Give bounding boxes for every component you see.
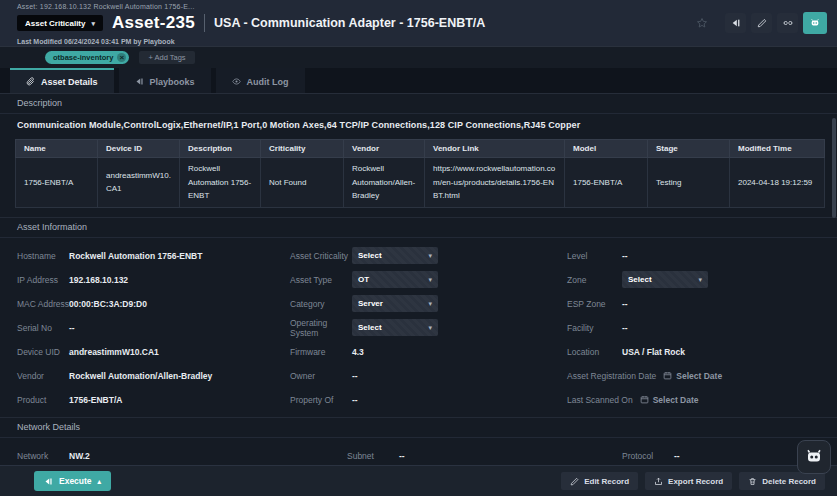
field-value: -- [622, 323, 628, 333]
tags-bar: otbase-inventory × + Add Tags [0, 46, 837, 68]
delete-record-label: Delete Record [762, 477, 816, 486]
field-label: Last Scanned On [567, 395, 633, 405]
field-row-facility: Facility-- [567, 316, 820, 340]
field-label: Facility [567, 323, 622, 333]
attachment-icon [26, 77, 35, 86]
table-header-cell: Vendor [344, 140, 425, 158]
asset-type-select[interactable]: OT▾ [352, 271, 438, 288]
tag-chip[interactable]: otbase-inventory × [45, 51, 129, 64]
table-header-cell: Criticality [261, 140, 344, 158]
table-row: 1756-ENBT/AandreastimmW10.CA1Rockwell Au… [16, 158, 825, 208]
main-content: Description Communication Module,Control… [0, 94, 837, 465]
add-tags-button[interactable]: + Add Tags [139, 51, 194, 64]
field-row-asset-registration-date: Asset Registration DateSelect Date [567, 364, 820, 388]
bot-icon [810, 18, 820, 28]
remove-tag-button[interactable]: × [117, 53, 126, 62]
section-title-asset-information: Asset Information [0, 218, 837, 238]
header: Asset: 192.168.10.132 Rockwell Automatio… [0, 0, 837, 46]
table-cell: Not Found [261, 158, 344, 208]
date-placeholder: Select Date [676, 371, 722, 381]
export-record-button[interactable]: Export Record [645, 472, 732, 490]
execute-button-label: Execute [59, 476, 92, 486]
trash-icon [748, 477, 757, 486]
field-label: Device UID [17, 347, 69, 357]
scrollbar-thumb[interactable] [832, 118, 836, 218]
date-placeholder: Select Date [653, 395, 699, 405]
field-label: Hostname [17, 251, 69, 261]
table-header-row: NameDevice IDDescriptionCriticalityVendo… [16, 140, 825, 158]
scrollbar[interactable] [832, 96, 836, 462]
edit-button[interactable] [751, 13, 772, 33]
playbook-icon [731, 18, 741, 28]
calendar-icon [663, 371, 672, 380]
title-row: Asset Criticality ▾ Asset-235 USA - Comm… [17, 12, 827, 34]
bot-button[interactable] [803, 12, 827, 34]
chevron-down-icon: ▾ [428, 300, 432, 307]
field-value: -- [622, 299, 628, 309]
operating-system-select[interactable]: Select▾ [352, 319, 438, 336]
tab-asset-details[interactable]: Asset Details [10, 68, 114, 93]
asset-info-column-3: Level--ZoneSelect▾ESP Zone--Facility--Lo… [567, 244, 820, 412]
section-title-network-details: Network Details [0, 418, 837, 438]
category-select[interactable]: Server▾ [352, 295, 438, 312]
asset-info-columns: HostnameRockwell Automation 1756-ENBTIP … [0, 238, 837, 417]
field-row-ip-address: IP Address192.168.10.132 [17, 268, 290, 292]
field-value: -- [622, 251, 628, 261]
table-header-cell: Model [565, 140, 648, 158]
chatbot-button[interactable] [797, 440, 831, 474]
field-value: -- [399, 451, 405, 461]
favorite-icon[interactable] [696, 17, 708, 29]
asset-registration-date-date-picker[interactable]: Select Date [663, 371, 722, 381]
execute-button[interactable]: Execute ▴ [34, 471, 111, 491]
field-label: MAC Address [17, 299, 69, 309]
playbook-icon [44, 477, 53, 486]
chevron-down-icon: ▾ [91, 20, 95, 27]
edit-record-button[interactable]: Edit Record [561, 472, 638, 490]
field-label: Protocol [622, 451, 674, 461]
table-header-cell: Stage [648, 140, 730, 158]
asset-detail-page: Asset: 192.168.10.132 Rockwell Automatio… [0, 0, 837, 496]
section-title-description: Description [0, 94, 837, 114]
field-row-serial-no: Serial No-- [17, 316, 290, 340]
asset-criticality-select[interactable]: Select▾ [352, 247, 438, 264]
table-body: 1756-ENBT/AandreastimmW10.CA1Rockwell Au… [16, 158, 825, 208]
export-icon [654, 477, 663, 486]
field-label: Subnet [347, 451, 399, 461]
description-section: Description Communication Module,Control… [0, 94, 837, 137]
robot-icon [805, 448, 823, 466]
field-label: Operating System [290, 318, 352, 338]
field-value: NW.2 [69, 451, 90, 461]
asset-info-column-1: HostnameRockwell Automation 1756-ENBTIP … [17, 244, 290, 412]
table-header-cell: Vendor Link [425, 140, 565, 158]
field-value: 00:00:BC:3A:D9:D0 [69, 299, 147, 309]
asset-criticality-button[interactable]: Asset Criticality ▾ [17, 15, 103, 31]
last-scanned-on-date-picker[interactable]: Select Date [640, 395, 699, 405]
select-value: Select [628, 275, 652, 284]
tabs: Asset DetailsPlaybooksAudit Log [0, 68, 837, 94]
run-playbook-button[interactable] [725, 13, 746, 33]
tab-playbooks[interactable]: Playbooks [119, 68, 211, 93]
field-label: Asset Type [290, 275, 352, 285]
playbook-icon [135, 77, 144, 86]
field-label: Vendor [17, 371, 69, 381]
zone-select[interactable]: Select▾ [622, 271, 708, 288]
copy-link-button[interactable] [777, 13, 798, 33]
asset-context-breadcrumb: Asset: 192.168.10.132 Rockwell Automatio… [17, 3, 827, 10]
tab-label: Audit Log [247, 77, 289, 87]
vendor-link[interactable]: https://www.rockwellautomation.com/en-us… [425, 158, 565, 208]
field-label: Asset Criticality [290, 251, 352, 261]
table-cell: andreastimmW10.CA1 [98, 158, 180, 208]
field-row-firmware: Firmware4.3 [290, 340, 567, 364]
field-value: -- [69, 323, 75, 333]
record-actions: Edit Record Export Record Delete Record [561, 472, 825, 490]
last-modified-text: Last Modified 06/24/2024 03:41 PM by Pla… [17, 38, 827, 45]
field-value: -- [674, 451, 680, 461]
link-icon [783, 18, 793, 28]
field-row-vendor: VendorRockwell Automation/Allen-Bradley [17, 364, 290, 388]
field-row-device-uid: Device UIDandreastimmW10.CA1 [17, 340, 290, 364]
tab-audit-log[interactable]: Audit Log [216, 68, 305, 93]
field-row-esp-zone: ESP Zone-- [567, 292, 820, 316]
field-row-category: CategoryServer▾ [290, 292, 567, 316]
tab-label: Asset Details [41, 77, 98, 87]
delete-record-button[interactable]: Delete Record [739, 472, 825, 490]
